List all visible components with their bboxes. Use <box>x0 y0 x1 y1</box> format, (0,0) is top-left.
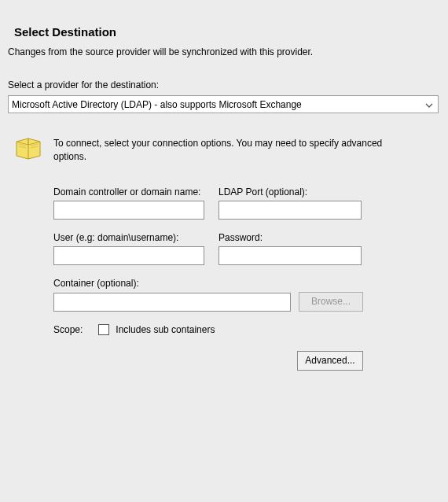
browse-button[interactable]: Browse... <box>299 292 363 312</box>
container-input[interactable] <box>53 293 291 312</box>
domain-controller-input[interactable] <box>53 201 204 220</box>
ldap-port-label: LDAP Port (optional): <box>218 186 362 197</box>
password-label: Password: <box>218 232 362 243</box>
page-title: Select Destination <box>14 25 440 39</box>
user-input[interactable] <box>53 246 204 265</box>
ldap-port-input[interactable] <box>218 201 362 220</box>
scope-label: Scope: <box>53 324 83 335</box>
book-icon <box>14 135 44 161</box>
provider-selected-value: Microsoft Active Directory (LDAP) - also… <box>12 99 302 110</box>
password-input[interactable] <box>218 246 362 265</box>
advanced-button[interactable]: Advanced... <box>297 351 363 371</box>
chevron-down-icon <box>425 99 433 110</box>
checkbox-box-icon <box>98 324 109 335</box>
info-text: To connect, select your connection optio… <box>53 135 384 164</box>
provider-label: Select a provider for the destination: <box>8 79 440 90</box>
user-label: User (e.g: domain\username): <box>53 232 204 243</box>
domain-controller-label: Domain controller or domain name: <box>53 186 204 197</box>
includes-sub-checkbox[interactable]: Includes sub containers <box>98 324 215 335</box>
container-label: Container (optional): <box>53 278 440 289</box>
page-description: Changes from the source provider will be… <box>8 46 440 57</box>
provider-select[interactable]: Microsoft Active Directory (LDAP) - also… <box>8 95 439 113</box>
includes-sub-label: Includes sub containers <box>116 324 215 335</box>
